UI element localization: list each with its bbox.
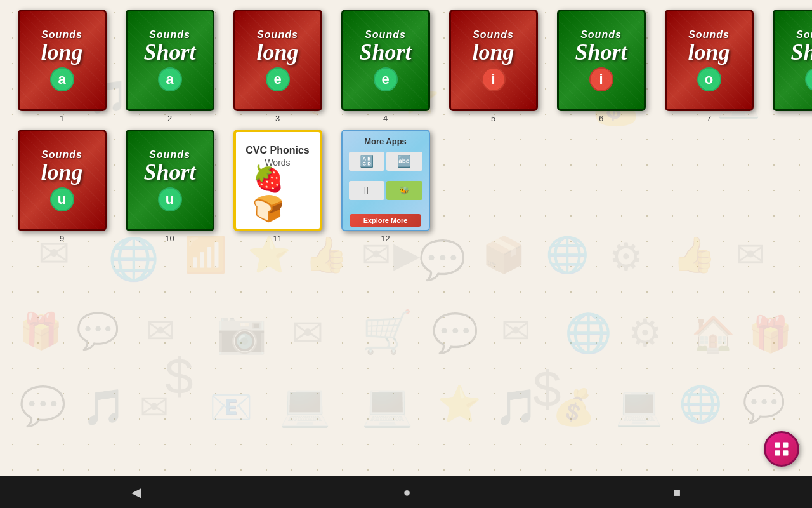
app-card-2[interactable]: Sounds Short a <box>126 10 214 111</box>
app-card-5[interactable]: Sounds long i <box>449 10 538 111</box>
app-item-5[interactable]: Sounds long i 5 <box>444 10 542 123</box>
cvc-card[interactable]: CVC Phonics Words 🍓🍞 <box>233 130 322 231</box>
svg-rect-48 <box>783 450 788 455</box>
svg-rect-47 <box>775 450 780 455</box>
app-item-11[interactable]: CVC Phonics Words 🍓🍞 11 <box>228 130 327 243</box>
main-content: Sounds long a 1 Sounds Short a 2 Sounds … <box>0 0 812 476</box>
app-card-1[interactable]: Sounds long a <box>18 10 107 111</box>
app-card-10[interactable]: Sounds Short u <box>126 130 214 231</box>
app-item-9[interactable]: Sounds long u 9 <box>13 130 111 243</box>
apps-grid: Sounds long a 1 Sounds Short a 2 Sounds … <box>13 10 799 243</box>
fab-button[interactable] <box>764 431 799 467</box>
app-card-6[interactable]: Sounds Short i <box>557 10 646 111</box>
app-card-9[interactable]: Sounds long u <box>18 130 107 231</box>
app-item-7[interactable]: Sounds long o 7 <box>660 10 758 123</box>
app-item-3[interactable]: Sounds long e 3 <box>228 10 327 123</box>
app-card-7[interactable]: Sounds long o <box>665 10 754 111</box>
app-item-6[interactable]: Sounds Short i 6 <box>552 10 650 123</box>
home-button[interactable]: ● <box>390 479 423 506</box>
app-item-4[interactable]: Sounds Short e 4 <box>336 10 435 123</box>
svg-rect-46 <box>783 443 788 448</box>
app-card-3[interactable]: Sounds long e <box>233 10 322 111</box>
app-card-8[interactable]: Sounds Short o <box>773 10 813 111</box>
app-item-10[interactable]: Sounds Short u 10 <box>121 130 219 243</box>
more-apps-card[interactable]: More Apps 🔠 🔤 🼐 🐝 Explore More <box>341 130 430 231</box>
recent-button[interactable]: ■ <box>660 479 693 506</box>
app-item-2[interactable]: Sounds Short a 2 <box>121 10 219 123</box>
navigation-bar: ◀ ● ■ <box>0 476 812 508</box>
svg-rect-45 <box>775 443 780 448</box>
app-item-8[interactable]: Sounds Short o 8 <box>768 10 812 123</box>
app-item-12[interactable]: More Apps 🔠 🔤 🼐 🐝 Explore More 12 <box>336 130 435 243</box>
app-item-1[interactable]: Sounds long a 1 <box>13 10 111 123</box>
back-button[interactable]: ◀ <box>119 478 154 506</box>
app-card-4[interactable]: Sounds Short e <box>341 10 430 111</box>
